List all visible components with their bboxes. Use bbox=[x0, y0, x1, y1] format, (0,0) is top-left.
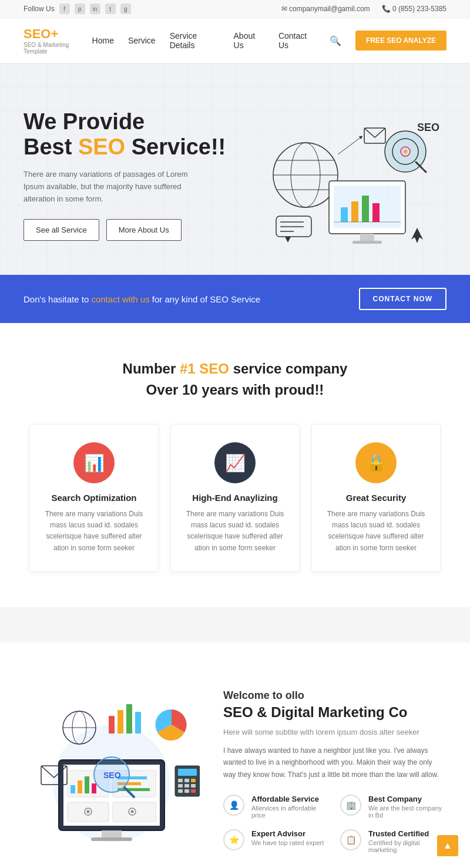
expert-icon: ⭐ bbox=[223, 829, 244, 850]
logo: SEO+ SEO & Marketing Template bbox=[24, 26, 92, 55]
number1-title-before: Number bbox=[123, 361, 180, 376]
hero-title-before: Best bbox=[24, 134, 78, 159]
feature-desc-1: There are many variations Duis mass lacu… bbox=[183, 509, 287, 554]
facebook-icon[interactable]: f bbox=[59, 4, 70, 14]
logo-subtitle: SEO & Marketing Template bbox=[24, 42, 92, 55]
feature-card-1: 📈 High-End Anaylizing There are many var… bbox=[170, 424, 300, 572]
best-company-text: Best Company We are the best company in … bbox=[368, 795, 446, 819]
number1-title-yellow: #1 SEO bbox=[180, 361, 229, 376]
phone-info: 📞 0 (855) 233-5385 bbox=[382, 5, 446, 13]
main-nav: Home Service Service Details About Us Co… bbox=[92, 31, 446, 51]
welcome-tagline: Here will some subtite with lorem ipsum … bbox=[223, 728, 446, 736]
hero-buttons: See all Service More About Us bbox=[24, 219, 226, 241]
svg-rect-34 bbox=[78, 780, 82, 793]
best-company-title: Best Company bbox=[368, 795, 446, 803]
trusted-text: Trusted Certified Certified by digital m… bbox=[368, 829, 446, 853]
trusted-desc: Certified by digital marketing bbox=[368, 839, 446, 853]
welcome-feature-1: 🏢 Best Company We are the best company i… bbox=[340, 795, 446, 819]
hero-title-after: Service!! bbox=[125, 134, 226, 159]
svg-rect-67 bbox=[191, 784, 196, 788]
feature-title-1: High-End Anaylizing bbox=[183, 493, 287, 503]
svg-rect-10 bbox=[372, 203, 380, 222]
svg-rect-7 bbox=[341, 207, 348, 222]
feature-desc-0: There are many variations Duis mass lacu… bbox=[42, 509, 146, 554]
hero-title: We Provide Best SEO Service!! bbox=[24, 109, 226, 160]
welcome-illustration: SEO bbox=[24, 689, 200, 856]
svg-rect-63 bbox=[184, 779, 189, 782]
twitter-icon[interactable]: t bbox=[105, 4, 116, 14]
number1-section: Number #1 SEO service company Over 10 ye… bbox=[0, 323, 470, 596]
top-bar: Follow Us f p in t g ✉ companymail@gamil… bbox=[0, 0, 470, 18]
scroll-to-top-button[interactable]: ▲ bbox=[437, 835, 458, 856]
welcome-subtitle: Welcome to ollo bbox=[223, 689, 446, 702]
expert-title: Expert Advisor bbox=[251, 829, 324, 838]
hero-content: We Provide Best SEO Service!! There are … bbox=[24, 99, 446, 251]
welcome-right: Welcome to ollo SEO & Digital Marketing … bbox=[223, 689, 446, 853]
banner-text: Don's hasitate to contact with us for an… bbox=[24, 294, 260, 304]
more-about-us-button[interactable]: More About Us bbox=[106, 219, 182, 241]
welcome-features-grid: 👤 Affordable Service Allervices in affor… bbox=[223, 795, 446, 853]
svg-rect-33 bbox=[70, 785, 75, 793]
welcome-feature-0: 👤 Affordable Service Allervices in affor… bbox=[223, 795, 330, 819]
feature-card-2: 🔒 Great Security There are many variatio… bbox=[311, 424, 441, 572]
hero-left: We Provide Best SEO Service!! There are … bbox=[24, 109, 226, 241]
svg-rect-62 bbox=[178, 779, 183, 782]
svg-rect-47 bbox=[102, 830, 122, 837]
svg-line-21 bbox=[338, 137, 361, 154]
welcome-feature-3: 📋 Trusted Certified Certified by digital… bbox=[340, 829, 446, 853]
svg-rect-69 bbox=[184, 789, 189, 793]
welcome-description: I have always wanted to have a neighbor … bbox=[223, 745, 446, 780]
email-info: ✉ companymail@gamil.com bbox=[281, 5, 370, 13]
top-bar-left: Follow Us f p in t g bbox=[24, 4, 131, 14]
banner-contact-link[interactable]: contact with us bbox=[91, 294, 149, 304]
svg-rect-9 bbox=[362, 196, 369, 222]
nav-contact-us[interactable]: Contact Us bbox=[278, 31, 315, 50]
expert-desc: We have top rated expert bbox=[251, 839, 324, 846]
feature-icon-2: 🔒 bbox=[355, 442, 397, 483]
banner-text-after: for any kind of SEO Service bbox=[150, 294, 260, 304]
nav-about-us[interactable]: About Us bbox=[234, 31, 264, 50]
trusted-icon: 📋 bbox=[340, 829, 361, 850]
pinterest-icon[interactable]: p bbox=[75, 4, 85, 14]
welcome-feature-2: ⭐ Expert Advisor We have top rated exper… bbox=[223, 829, 330, 853]
svg-rect-70 bbox=[191, 789, 196, 793]
trusted-title: Trusted Certified bbox=[368, 829, 446, 838]
svg-rect-56 bbox=[118, 710, 123, 734]
nav-home[interactable]: Home bbox=[92, 36, 114, 45]
best-company-icon: 🏢 bbox=[340, 795, 361, 816]
svg-rect-48 bbox=[91, 837, 132, 841]
svg-rect-42 bbox=[113, 802, 156, 822]
feature-desc-2: There are many variations Duis mass lacu… bbox=[324, 509, 428, 554]
number1-subtitle: Over 10 years with proud!! bbox=[146, 382, 324, 398]
svg-point-18 bbox=[404, 150, 407, 153]
svg-rect-66 bbox=[184, 784, 189, 788]
svg-rect-13 bbox=[352, 241, 382, 244]
hero-description: There are many variations of passages of… bbox=[24, 169, 200, 205]
google-icon[interactable]: g bbox=[120, 4, 131, 14]
contact-now-button[interactable]: CONTACT NOW bbox=[359, 288, 446, 310]
number1-title: Number #1 SEO service company Over 10 ye… bbox=[24, 358, 446, 401]
logo-title: SEO+ bbox=[24, 26, 92, 42]
affordable-text: Affordable Service Allervices in afforda… bbox=[251, 795, 330, 819]
see-all-service-button[interactable]: See all Service bbox=[24, 219, 99, 241]
free-seo-button[interactable]: FREE SEO ANALYZE bbox=[355, 31, 446, 51]
nav-service[interactable]: Service bbox=[128, 36, 156, 45]
banner-text-before: Don's hasitate to bbox=[24, 294, 91, 304]
svg-marker-27 bbox=[285, 237, 291, 243]
svg-text:SEO: SEO bbox=[103, 771, 121, 780]
svg-rect-65 bbox=[178, 784, 183, 788]
feature-title-2: Great Security bbox=[324, 493, 428, 503]
follow-us-label: Follow Us bbox=[24, 5, 55, 13]
svg-rect-68 bbox=[178, 789, 183, 793]
linkedin-icon[interactable]: in bbox=[90, 4, 100, 14]
hero-title-yellow: SEO bbox=[78, 134, 125, 159]
svg-rect-8 bbox=[351, 201, 358, 222]
features-grid: 📊 Search Optimization There are many var… bbox=[24, 424, 446, 572]
top-bar-right: ✉ companymail@gamil.com 📞 0 (855) 233-53… bbox=[281, 5, 446, 13]
hero-illustration: SEO bbox=[247, 99, 446, 251]
svg-rect-58 bbox=[135, 712, 141, 734]
svg-point-44 bbox=[87, 810, 90, 813]
nav-service-details[interactable]: Service Details bbox=[170, 31, 220, 50]
search-icon[interactable]: 🔍 bbox=[330, 35, 341, 46]
gray-spacer bbox=[0, 607, 470, 642]
